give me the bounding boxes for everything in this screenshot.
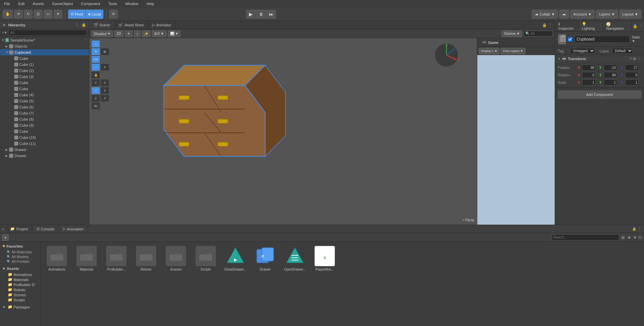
scene-z-btn[interactable]: Z <box>91 95 100 102</box>
scene-menu-icon[interactable]: ⋮ <box>84 38 88 43</box>
display-dropdown[interactable]: Display 1 ▼ <box>479 48 500 54</box>
inspector-more-icon[interactable]: ⋮ <box>639 24 643 28</box>
hierarchy-item-cube[interactable]: Cube <box>0 55 89 61</box>
menu-assets[interactable]: Assets <box>31 1 45 6</box>
hierarchy-item-cubea[interactable]: Cube <box>0 80 89 86</box>
tree-materials[interactable]: 📁 Materials <box>2 277 38 282</box>
stats-toggle[interactable]: 📊 ▼ <box>168 30 181 37</box>
scene-number-btn[interactable]: 1 <box>91 40 100 48</box>
rotation-z-input[interactable] <box>625 72 639 78</box>
scene-lock-icon[interactable]: 🔒 <box>542 23 547 27</box>
scene-arrow-btn[interactable]: → <box>91 64 100 71</box>
bottom-star-button[interactable]: ★ <box>627 234 632 241</box>
cloud-button[interactable]: ☁ <box>559 10 569 19</box>
asset-closedrawer[interactable]: ▶ CloseDrawer... <box>222 245 249 273</box>
transform-overflow-icon[interactable]: ⋮ <box>638 57 641 61</box>
tab-console[interactable]: ⊡ Console <box>32 225 59 233</box>
aspect-dropdown[interactable]: Free Aspect ▼ <box>501 48 525 54</box>
rotation-y-input[interactable] <box>604 72 617 78</box>
scene-lock-btn[interactable]: 🔒 <box>91 71 100 79</box>
pause-button[interactable]: ⏸ <box>256 10 266 19</box>
scene-xgrid-btn[interactable]: # <box>100 79 109 86</box>
menu-file[interactable]: File <box>3 1 12 6</box>
hierarchy-item-samplescene[interactable]: ▼ S SampleScene* ⋮ <box>0 37 89 43</box>
scene-x-btn[interactable]: X <box>91 79 100 86</box>
scene-eye-btn[interactable]: 👁 <box>91 48 100 55</box>
menu-tools[interactable]: Tools <box>107 1 118 6</box>
position-z-input[interactable] <box>625 65 639 71</box>
tree-roboto[interactable]: 📁 Roboto <box>2 287 38 292</box>
tree-scripts[interactable]: 📁 Scripts <box>2 297 38 302</box>
shading-dropdown[interactable]: Shaded ▼ <box>91 30 113 37</box>
hierarchy-item-objects[interactable]: ▶ Objects <box>0 43 89 49</box>
scale-y-input[interactable] <box>604 79 617 85</box>
menu-gameobject[interactable]: GameObject <box>51 1 74 6</box>
hierarchy-item-cubec[interactable]: Cube <box>0 128 89 134</box>
transform-settings-icon[interactable]: ⚙ <box>633 57 636 61</box>
hierarchy-item-cupboard[interactable]: ▼ Cupboard <box>0 49 89 55</box>
collab-button[interactable]: ☁ Collab ▼ <box>532 10 558 19</box>
tab-navigation[interactable]: 🧭 Navigation <box>603 21 631 31</box>
asset-probuilder[interactable]: ProBuilder... <box>103 245 130 273</box>
layers-button[interactable]: Layers ▼ <box>596 10 618 19</box>
fav-all-prefabs[interactable]: 🔍 All Prefabs <box>2 259 38 264</box>
asset-roboto[interactable]: Roboto <box>133 245 160 273</box>
tree-probuilder[interactable]: 📁 ProBuilder D <box>2 282 38 287</box>
scale-z-input[interactable] <box>625 79 639 85</box>
scene-extra-btn[interactable]: ⊞ <box>100 48 109 55</box>
bottom-more-icon[interactable]: ⋮ <box>638 227 641 231</box>
assets-add-button[interactable]: + <box>2 234 9 241</box>
object-name-input[interactable] <box>574 35 630 43</box>
hierarchy-item-cube3[interactable]: Cube (3) <box>0 74 89 80</box>
asset-materials[interactable]: Materials <box>73 245 100 273</box>
tree-scenes[interactable]: 📁 Scenes <box>2 292 38 297</box>
hierarchy-item-cube9[interactable]: Cube (9) <box>0 122 89 128</box>
hierarchy-item-cube7[interactable]: Cube (7) <box>0 110 89 116</box>
hierarchy-item-drawer2[interactable]: ▶ Drawer <box>0 153 89 159</box>
tab-asset-store[interactable]: 🛒 Asset Store <box>114 21 148 29</box>
tree-animations[interactable]: 📁 Animations <box>2 272 38 277</box>
grid-toggle[interactable]: ⊞ 0 ▼ <box>152 30 166 37</box>
gizmos-dropdown[interactable]: Gizmos ▼ <box>502 30 522 37</box>
menu-component[interactable]: Component <box>79 1 101 6</box>
scale-x-input[interactable] <box>582 79 596 85</box>
asset-scenes[interactable]: Scenes <box>162 245 189 273</box>
asset-playermovement[interactable]: # PlayerMov... <box>311 245 338 273</box>
account-button[interactable]: Account ▼ <box>570 10 595 19</box>
hierarchy-item-cube6[interactable]: Cube (6) <box>0 104 89 110</box>
lighting-toggle[interactable]: ☀ <box>125 30 133 37</box>
refresh-button[interactable]: ⟳ <box>109 10 118 19</box>
scene-grid-btn[interactable]: # <box>100 64 109 71</box>
hierarchy-item-cube1[interactable]: Cube (1) <box>0 61 89 68</box>
scene-on-btn[interactable]: ON <box>91 56 100 63</box>
scene-search-input[interactable] <box>531 32 551 35</box>
tab-animator[interactable]: ▷ Animator <box>148 21 176 29</box>
transform-help-icon[interactable]: ? <box>629 57 631 61</box>
bottom-add-button[interactable]: + <box>2 227 4 231</box>
audio-toggle[interactable]: ♪ <box>134 30 140 37</box>
layout-button[interactable]: Layout ▼ <box>619 10 641 19</box>
move-tool[interactable]: ✛ <box>14 10 23 19</box>
menu-window[interactable]: Window <box>124 1 140 6</box>
pivot-button[interactable]: ⊙ Pivot <box>68 10 86 19</box>
position-y-input[interactable] <box>604 65 617 71</box>
hierarchy-add-small[interactable]: +▼ <box>2 31 7 34</box>
hierarchy-item-cubeb[interactable]: Cube <box>0 86 89 92</box>
tab-animation[interactable]: ▷ Animation <box>59 225 88 233</box>
scene-zgrid-btn[interactable]: # <box>100 95 109 102</box>
hierarchy-item-cube8[interactable]: Cube (8) <box>0 116 89 122</box>
scene-y-btn[interactable]: Y <box>91 87 100 94</box>
hierarchy-item-cube2[interactable]: Cube (2) <box>0 68 89 74</box>
hierarchy-menu-icon[interactable]: ⋮ <box>75 23 79 27</box>
hierarchy-item-cube11[interactable]: Cube (11) <box>0 141 89 147</box>
scene-more-icon[interactable]: ⋮ <box>548 23 552 27</box>
tab-inspector[interactable]: ℹ Inspector <box>555 21 578 31</box>
hierarchy-item-cube10[interactable]: Cube (10) <box>0 134 89 141</box>
step-button[interactable]: ⏭ <box>267 10 276 19</box>
hierarchy-item-drawer1[interactable]: ▶ Drawer <box>0 147 89 153</box>
2d-button[interactable]: 2D <box>114 30 123 37</box>
transform-header[interactable]: ▼ Transform ? ⚙ ⋮ <box>555 55 644 62</box>
hierarchy-item-cube4[interactable]: Cube (4) <box>0 92 89 98</box>
scale-tool[interactable]: ⊡ <box>34 10 42 19</box>
fx-toggle[interactable]: ✨ <box>142 30 151 37</box>
